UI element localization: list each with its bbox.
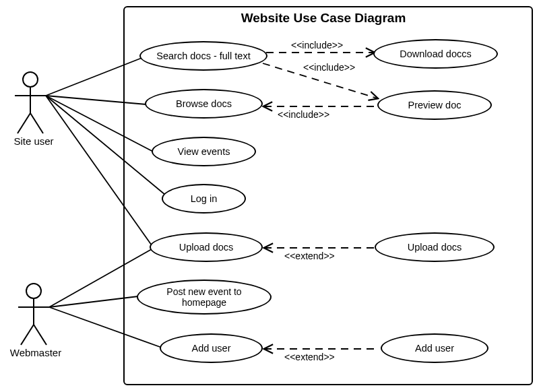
svg-line-4 <box>30 113 43 133</box>
actor-webmaster-label: Webmaster <box>5 347 66 358</box>
diagram-title: Website Use Case Diagram <box>216 11 431 26</box>
usecase-upload-docs-left: Upload docs <box>150 232 263 262</box>
stereotype-include-1: <<include>> <box>291 40 343 51</box>
stereotype-include-3: <<include>> <box>278 109 329 120</box>
usecase-log-in: Log in <box>162 184 246 214</box>
actor-site-user-figure <box>15 72 46 133</box>
svg-line-3 <box>18 113 30 133</box>
usecase-browse-docs: Browse docs <box>145 89 263 119</box>
usecase-preview-doc: Preview doc <box>377 90 492 120</box>
svg-point-0 <box>23 72 38 87</box>
svg-point-5 <box>26 284 41 298</box>
usecase-view-events: View events <box>152 137 256 166</box>
usecase-add-user-left: Add user <box>160 333 263 363</box>
svg-line-8 <box>21 325 34 345</box>
usecase-upload-docs-right: Upload docs <box>375 232 495 262</box>
actor-site-user-label: Site user <box>7 135 61 147</box>
stereotype-extend-2: <<extend>> <box>284 352 335 362</box>
usecase-post-event: Post new event to homepage <box>137 280 272 315</box>
usecase-search-docs: Search docs - full text <box>139 41 267 71</box>
actor-webmaster-figure <box>18 284 49 345</box>
stereotype-extend-1: <<extend>> <box>284 251 335 261</box>
svg-line-9 <box>34 325 46 345</box>
usecase-add-user-right: Add user <box>381 333 488 363</box>
usecase-download-doccs: Download doccs <box>373 39 498 69</box>
stereotype-include-2: <<include>> <box>303 62 355 73</box>
